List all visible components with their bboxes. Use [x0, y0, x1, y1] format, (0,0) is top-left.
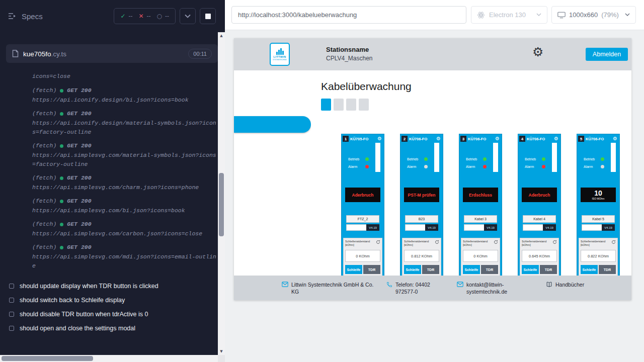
app-main: Kabelüberwachung 1 KÜ705-FO ⚙: [311, 70, 631, 300]
log-entry[interactable]: (fetch) GET 200 https://api.simplesvg.co…: [32, 173, 218, 192]
station-label: Stationsname: [326, 46, 373, 53]
spec-file-name: kue705fo: [23, 50, 51, 58]
footer-manuals-text: Handbücher: [555, 281, 584, 288]
rack-tab[interactable]: [334, 99, 344, 111]
device-gear-icon[interactable]: ⚙: [554, 136, 558, 141]
schleife-button[interactable]: Schleife: [581, 265, 598, 274]
betrieb-led: [365, 157, 369, 161]
tdr-button[interactable]: TDR: [481, 265, 498, 274]
firmware-version: V4.19: [602, 224, 615, 231]
status-text: Aderbruch: [529, 193, 550, 198]
tdr-button[interactable]: TDR: [422, 265, 439, 274]
refresh-icon[interactable]: [494, 240, 498, 244]
scroll-up-arrow-icon[interactable]: ▲: [218, 32, 225, 39]
vertical-scrollbar[interactable]: ▲ ▼: [218, 32, 225, 355]
log-fetch-label: (fetch): [32, 243, 56, 252]
log-entry[interactable]: (fetch) GET 200 https://api.simplesvg.co…: [32, 141, 218, 169]
spec-file-bar[interactable]: kue705fo.cy.ts 00:11: [6, 44, 218, 63]
cable-name: Kabel 4: [523, 215, 556, 223]
url-input[interactable]: [231, 6, 466, 24]
logo-text: LITTWIN: [273, 55, 286, 58]
betrieb-led: [601, 157, 604, 161]
log-entry[interactable]: (fetch) GET 200 https://api.simplesvg.co…: [32, 197, 218, 215]
rack-tabs: [321, 99, 631, 111]
vertical-scrollbar-thumb[interactable]: [219, 173, 224, 236]
alarm-label: Alarm: [348, 165, 362, 168]
collapse-chevron-button[interactable]: [180, 8, 196, 24]
status-text: Erdschluss: [469, 193, 492, 198]
log-fetch-label: (fetch): [32, 109, 56, 118]
test-row[interactable]: should update display when TDR button is…: [9, 279, 218, 293]
browser-selector[interactable]: Electron 130: [471, 6, 547, 24]
refresh-icon[interactable]: [435, 240, 439, 244]
tdr-button[interactable]: TDR: [540, 265, 557, 274]
sidebar-nav-item[interactable]: [234, 116, 311, 133]
scroll-down-arrow-icon[interactable]: ▼: [218, 348, 225, 355]
test-row[interactable]: should disable TDR button when tdrActive…: [9, 307, 218, 321]
sidebar-nav-item[interactable]: [234, 158, 311, 180]
measurement-label: Schleifenwiderstand [kOhm]: [522, 240, 552, 247]
device-number-badge: 5: [578, 136, 584, 142]
horizontal-scrollbar[interactable]: [0, 355, 218, 362]
rack-tab[interactable]: [346, 99, 356, 111]
status-display: 10 ISO MOhm: [581, 188, 616, 202]
measurement-panel: Schleifenwiderstand [kOhm] 0.645 KOhm Sc…: [520, 238, 559, 281]
viewport-selector[interactable]: 1000x660 (79%): [551, 6, 636, 24]
app-sidebar: [234, 70, 311, 276]
log-entry[interactable]: (fetch) GET 200 https://api.simplesvg.co…: [32, 220, 218, 238]
test-title: should open and close the settings modal: [20, 325, 135, 332]
log-entry[interactable]: (fetch) GET 200 https://api.simplesvg.co…: [32, 243, 218, 270]
version-blank-field: [582, 224, 602, 231]
status-text: 10: [594, 190, 602, 197]
stop-tests-button[interactable]: [200, 8, 216, 24]
logout-button[interactable]: Abmelden: [586, 48, 628, 61]
app-header: LITTWIN SYSTEMTECHNIK Stationsname CPLV4…: [234, 38, 631, 70]
device-gear-icon[interactable]: ⚙: [436, 136, 441, 141]
refresh-icon[interactable]: [376, 240, 380, 244]
device-side-strip: [552, 143, 557, 172]
log-url: https://api.iconify.design/bi.json?icons…: [32, 96, 218, 105]
footer-email[interactable]: kontakt@littwin-systemtechnik.de: [457, 281, 509, 295]
log-entry[interactable]: (fetch) GET 200 https://api.iconify.desi…: [32, 109, 218, 137]
measurement-panel: Schleifenwiderstand [kOhm] 0.822 KOhm Sc…: [579, 238, 618, 281]
stat-pending: ○--: [157, 13, 169, 20]
device-gear-icon[interactable]: ⚙: [495, 136, 500, 141]
footer-manuals[interactable]: Handbücher: [546, 281, 611, 288]
settings-gear-icon[interactable]: ⚙: [532, 46, 543, 58]
sidebar-nav-item[interactable]: [234, 136, 311, 158]
measurement-value: 0 KOhm: [345, 250, 380, 262]
specs-label[interactable]: Specs: [22, 12, 43, 21]
device-gear-icon[interactable]: ⚙: [377, 136, 382, 141]
viewport-icon: [557, 12, 566, 19]
browser-chevron-down-icon: [536, 13, 541, 17]
schleife-button[interactable]: Schleife: [345, 265, 362, 274]
test-row[interactable]: should switch back to Schleife display: [9, 293, 218, 307]
sidebar-nav-item[interactable]: [234, 92, 311, 114]
firmware-version: V4.19: [425, 224, 438, 231]
log-status: GET 200: [67, 141, 91, 150]
horizontal-scrollbar-thumb[interactable]: [2, 356, 93, 361]
refresh-icon[interactable]: [552, 240, 557, 244]
browser-url-bar: Electron 130 1000x660 (79%): [225, 0, 644, 30]
device-model: KÜ706-FO: [527, 137, 545, 141]
cable-name: Kabel 3: [464, 215, 497, 223]
rack-tab[interactable]: [321, 99, 331, 111]
device-gear-icon[interactable]: ⚙: [613, 136, 617, 141]
device-card: 2 KÜ706-FO ⚙ Betrieb: [400, 134, 443, 285]
footer-phone: Telefon: 04402 972577-0: [386, 281, 448, 295]
tdr-button[interactable]: TDR: [599, 265, 616, 274]
status-text: Aderbruch: [352, 193, 374, 198]
measurement-label: Schleifenwiderstand [kOhm]: [404, 240, 435, 247]
spec-file-icon: [12, 50, 19, 57]
betrieb-led: [483, 157, 487, 161]
schleife-button[interactable]: Schleife: [463, 265, 480, 274]
tdr-button[interactable]: TDR: [363, 265, 380, 274]
rack-tab[interactable]: [359, 99, 369, 111]
refresh-icon[interactable]: [611, 240, 616, 244]
schleife-button[interactable]: Schleife: [522, 265, 539, 274]
schleife-button[interactable]: Schleife: [404, 265, 421, 274]
aut-app: LITTWIN SYSTEMTECHNIK Stationsname CPLV4…: [234, 38, 631, 300]
log-entry[interactable]: (fetch) GET 200 https://api.iconify.desi…: [32, 86, 218, 105]
test-row[interactable]: should open and close the settings modal: [9, 321, 218, 335]
specs-menu-icon[interactable]: [8, 13, 17, 20]
